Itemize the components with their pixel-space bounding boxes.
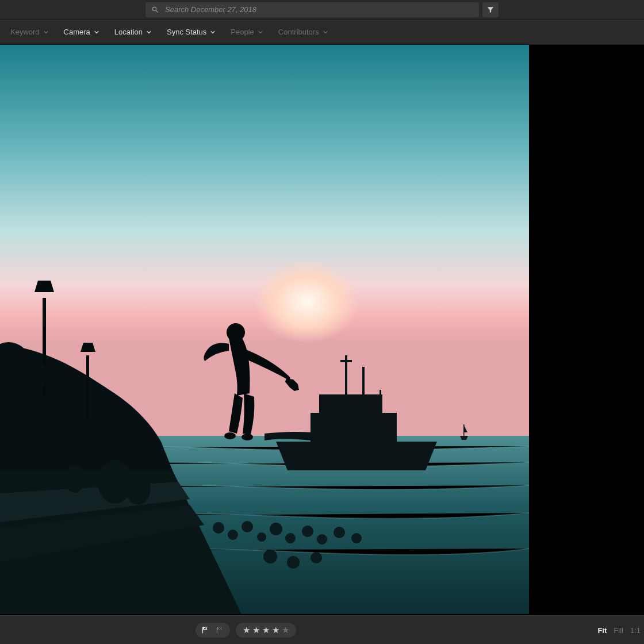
search-box[interactable] bbox=[145, 2, 479, 17]
star-4[interactable]: ★ bbox=[272, 626, 279, 634]
filter-camera-label: Camera bbox=[64, 28, 90, 36]
filter-people[interactable]: People bbox=[231, 28, 263, 36]
chevron-down-icon bbox=[94, 29, 99, 35]
chevron-down-icon bbox=[210, 29, 216, 35]
filter-contributors-label: Contributors bbox=[278, 28, 319, 36]
chevron-down-icon bbox=[323, 29, 328, 35]
zoom-1to1[interactable]: 1:1 bbox=[630, 626, 641, 634]
svg-point-26 bbox=[351, 533, 362, 543]
rating-flag-group: ★ ★ ★ ★ ★ bbox=[195, 623, 296, 638]
svg-point-20 bbox=[257, 532, 266, 542]
filter-funnel-button[interactable] bbox=[482, 2, 499, 17]
svg-point-24 bbox=[317, 534, 327, 545]
zoom-options: Fit Fill 1:1 bbox=[597, 626, 641, 634]
filter-location-label: Location bbox=[114, 28, 143, 36]
svg-rect-9 bbox=[379, 390, 381, 413]
svg-point-25 bbox=[334, 527, 345, 538]
search-row bbox=[0, 0, 644, 20]
zoom-fit[interactable]: Fit bbox=[597, 626, 607, 634]
svg-point-22 bbox=[285, 533, 296, 543]
funnel-icon bbox=[486, 6, 494, 14]
svg-point-19 bbox=[241, 521, 253, 532]
svg-rect-11 bbox=[86, 355, 89, 419]
svg-rect-5 bbox=[319, 394, 382, 415]
svg-point-17 bbox=[213, 522, 224, 534]
search-icon bbox=[151, 6, 159, 14]
filter-camera[interactable]: Camera bbox=[64, 28, 99, 36]
flag-reject-icon bbox=[216, 626, 224, 634]
filter-keyword-label: Keyword bbox=[10, 28, 40, 36]
svg-point-29 bbox=[310, 552, 322, 564]
photo-preview bbox=[0, 45, 529, 614]
filter-location[interactable]: Location bbox=[114, 28, 152, 36]
star-rating[interactable]: ★ ★ ★ ★ ★ bbox=[236, 623, 296, 638]
chevron-down-icon bbox=[258, 29, 263, 35]
svg-rect-4 bbox=[310, 413, 397, 442]
flag-toggle[interactable] bbox=[195, 623, 230, 638]
bottom-toolbar: ★ ★ ★ ★ ★ Fit Fill 1:1 bbox=[0, 615, 644, 644]
filter-sync-status-label: Sync Status bbox=[167, 28, 206, 36]
flag-pick-icon bbox=[201, 626, 210, 634]
svg-point-27 bbox=[263, 550, 277, 564]
image-canvas[interactable] bbox=[0, 45, 644, 615]
search-input[interactable] bbox=[165, 5, 473, 14]
star-3[interactable]: ★ bbox=[262, 626, 270, 634]
filter-contributors[interactable]: Contributors bbox=[278, 28, 328, 36]
svg-point-32 bbox=[241, 434, 253, 440]
star-1[interactable]: ★ bbox=[243, 626, 250, 634]
star-5[interactable]: ★ bbox=[282, 626, 289, 634]
filter-people-label: People bbox=[231, 28, 254, 36]
svg-point-15 bbox=[125, 470, 151, 505]
filter-row: Keyword Camera Location Sync Status Peop… bbox=[0, 20, 644, 45]
svg-point-28 bbox=[287, 556, 300, 569]
svg-point-21 bbox=[270, 523, 282, 535]
chevron-down-icon bbox=[146, 29, 152, 35]
svg-point-23 bbox=[302, 526, 313, 537]
filter-keyword[interactable]: Keyword bbox=[10, 28, 49, 36]
zoom-fill[interactable]: Fill bbox=[614, 626, 623, 634]
svg-rect-8 bbox=[362, 367, 365, 396]
svg-point-18 bbox=[228, 530, 238, 540]
svg-point-31 bbox=[224, 432, 236, 439]
svg-point-13 bbox=[16, 359, 48, 392]
chevron-down-icon bbox=[43, 29, 49, 35]
star-2[interactable]: ★ bbox=[252, 626, 260, 634]
svg-rect-7 bbox=[340, 360, 352, 362]
filter-sync-status[interactable]: Sync Status bbox=[167, 28, 216, 36]
svg-point-16 bbox=[64, 465, 85, 493]
